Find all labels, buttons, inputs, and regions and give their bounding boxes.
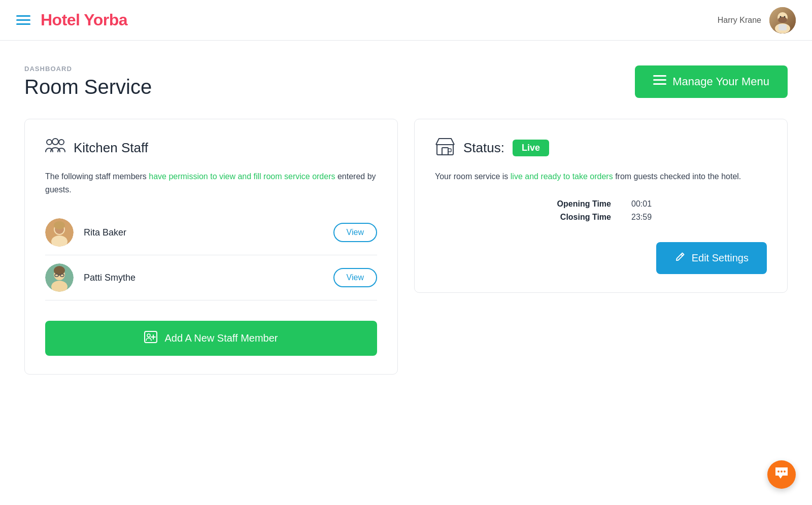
status-card: Status: Live Your room service is live a… [414,119,788,293]
svg-rect-32 [442,148,448,155]
avatar [769,7,796,33]
svg-point-19 [54,221,65,229]
kitchen-staff-icon [45,138,65,158]
user-name: Harry Krane [718,16,761,25]
hamburger-menu-icon[interactable] [16,15,30,25]
add-staff-button[interactable]: Add A New Staff Member [45,321,377,356]
closing-time-label: Closing Time [540,213,611,222]
closing-time-row: Closing Time 23:59 [435,213,767,222]
svg-rect-10 [656,79,657,81]
add-staff-label: Add A New Staff Member [164,332,278,344]
status-header: Status: Live [435,138,767,158]
svg-point-14 [59,140,64,145]
kitchen-staff-description: The following staff members have permiss… [45,170,377,196]
description-prefix: The following staff members [45,172,149,181]
kitchen-staff-header: Kitchen Staff [45,138,377,158]
svg-point-13 [52,139,58,145]
manage-menu-label: Manage Your Menu [672,75,769,88]
opening-time-value: 00:01 [631,199,662,209]
svg-rect-8 [653,83,666,85]
status-desc-prefix: Your room service is [435,172,511,181]
staff-item: Rita Baker View [45,210,377,255]
svg-rect-6 [653,75,666,77]
status-desc-suffix: from guests checked into the hotel. [613,172,741,181]
status-description: Your room service is live and ready to t… [435,170,767,183]
manage-menu-button[interactable]: Manage Your Menu [635,65,788,98]
staff-avatar-rita [45,218,74,247]
description-green: have permission to view and fill room se… [149,172,335,181]
svg-point-23 [54,266,65,275]
opening-time-row: Opening Time 00:01 [435,199,767,209]
svg-line-35 [681,254,683,256]
kitchen-staff-card: Kitchen Staff The following staff member… [24,119,398,375]
staff-item: Patti Smythe View [45,255,377,300]
status-desc-green: live and ready to take orders [511,172,613,181]
status-label: Status: [463,140,504,156]
page-header-left: DASHBOARD Room Service [24,65,152,98]
header-right: Harry Krane [718,7,796,33]
logo: Hotel Yorba [41,11,127,29]
svg-rect-31 [437,145,453,155]
staff-list: Rita Baker View [45,210,377,300]
header: Hotel Yorba Harry Krane [0,0,812,41]
staff-name-rita: Rita Baker [84,227,323,238]
edit-settings-icon [674,251,686,265]
main-content: DASHBOARD Room Service Manage Your Menu [0,41,812,405]
view-button-patti[interactable]: View [333,268,377,287]
staff-name-patti: Patti Smythe [84,273,323,283]
store-icon [435,138,455,158]
menu-list-icon [653,75,666,89]
svg-point-4 [784,16,786,17]
svg-rect-5 [779,24,787,30]
svg-point-2 [778,17,787,23]
status-badge: Live [513,140,549,156]
breadcrumb: DASHBOARD [24,65,152,73]
cards-row: Kitchen Staff The following staff member… [24,119,788,375]
time-table: Opening Time 00:01 Closing Time 23:59 [435,199,767,222]
staff-avatar-patti [45,263,74,292]
svg-point-28 [147,334,150,337]
svg-point-3 [780,16,782,17]
header-left: Hotel Yorba [16,11,127,29]
kitchen-staff-title: Kitchen Staff [74,140,148,156]
add-staff-icon [144,331,157,346]
page-header: DASHBOARD Room Service Manage Your Menu [24,65,788,98]
opening-time-label: Opening Time [540,199,611,209]
svg-rect-7 [653,79,666,81]
edit-settings-label: Edit Settings [692,252,749,264]
edit-settings-button[interactable]: Edit Settings [656,242,767,274]
svg-rect-11 [656,83,657,85]
page-title: Room Service [24,76,152,98]
svg-rect-9 [656,75,657,77]
view-button-rita[interactable]: View [333,223,377,242]
closing-time-value: 23:59 [631,213,662,222]
svg-point-12 [47,140,52,145]
